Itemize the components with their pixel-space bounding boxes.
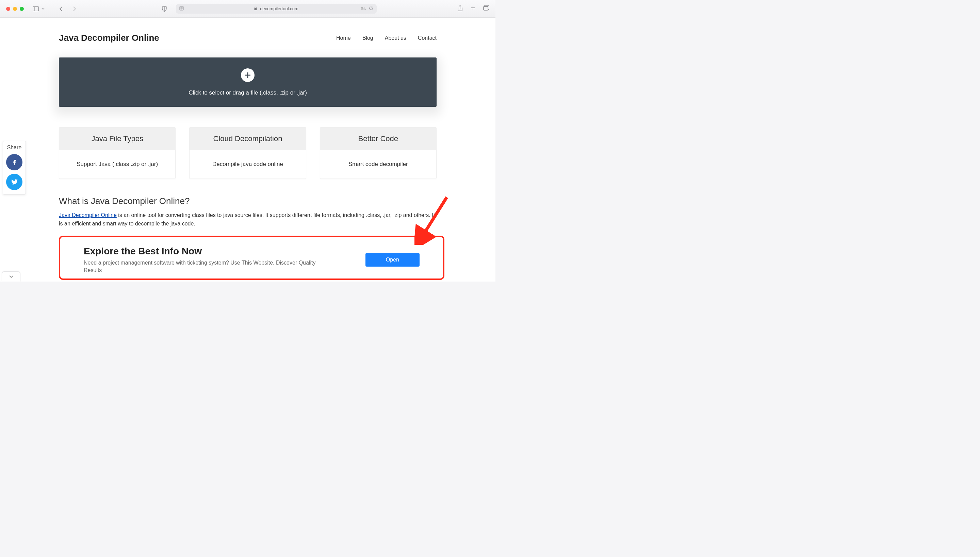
about-self-link[interactable]: Java Decompiler Online	[59, 212, 117, 218]
nav-home[interactable]: Home	[336, 35, 351, 41]
collapse-panel-toggle[interactable]	[2, 271, 20, 282]
feature-title: Cloud Decompilation	[189, 127, 305, 150]
nav-about[interactable]: About us	[385, 35, 406, 41]
feature-desc: Support Java (.class .zip or .jar)	[59, 150, 175, 179]
privacy-shield-icon[interactable]	[160, 5, 169, 13]
ad-close-icon[interactable]: ✕	[421, 240, 425, 245]
sidebar-toggle[interactable]	[33, 7, 47, 11]
share-label: Share	[7, 145, 22, 151]
page-body: Java Decompiler Online Home Blog About u…	[0, 18, 495, 282]
ad-open-button[interactable]: Open	[366, 253, 420, 267]
feature-desc: Smart code decompiler	[320, 150, 436, 179]
reload-button[interactable]	[369, 6, 373, 11]
svg-rect-10	[483, 7, 488, 10]
main-nav: Home Blog About us Contact	[336, 35, 436, 41]
feature-card: Java File Types Support Java (.class .zi…	[59, 127, 176, 179]
nav-blog[interactable]: Blog	[363, 35, 373, 41]
browser-toolbar: decompilertool.com ⊜ᴀ	[0, 0, 495, 18]
ad-description: Need a project management software with …	[84, 259, 322, 274]
url-host: decompilertool.com	[260, 6, 299, 11]
adchoices-icon[interactable]: ▷	[416, 240, 420, 245]
svg-rect-7	[255, 8, 257, 10]
lock-icon	[254, 7, 257, 11]
site-title: Java Decompiler Online	[59, 33, 159, 43]
minimize-window-button[interactable]	[13, 7, 17, 11]
window-controls	[6, 7, 24, 11]
share-widget: Share	[3, 141, 26, 194]
feature-card: Better Code Smart code decompiler	[320, 127, 436, 179]
about-heading: What is Java Decompiler Online?	[59, 196, 436, 207]
translate-icon[interactable]: ⊜ᴀ	[360, 6, 366, 11]
tabs-overview-button[interactable]	[483, 5, 489, 13]
facebook-icon	[11, 158, 18, 166]
new-tab-button[interactable]	[470, 5, 476, 13]
twitter-icon	[10, 178, 18, 186]
maximize-window-button[interactable]	[20, 7, 24, 11]
ad-banner[interactable]: ▷ ✕ Explore the Best Info Now Need a pro…	[75, 239, 428, 278]
feature-cards: Java File Types Support Java (.class .zi…	[59, 127, 436, 179]
chevron-down-icon	[9, 275, 14, 278]
sidebar-icon	[33, 7, 39, 11]
annotation-highlight-box: ▷ ✕ Explore the Best Info Now Need a pro…	[59, 236, 444, 280]
add-file-icon	[241, 68, 255, 82]
page-header: Java Decompiler Online Home Blog About u…	[59, 33, 436, 43]
share-facebook-button[interactable]	[6, 154, 23, 170]
ad-title: Explore the Best Info Now	[84, 246, 202, 257]
nav-arrows	[57, 5, 78, 13]
close-window-button[interactable]	[6, 7, 10, 11]
nav-contact[interactable]: Contact	[418, 35, 436, 41]
adchoices-controls: ▷ ✕	[416, 240, 425, 245]
feature-card: Cloud Decompilation Decompile java code …	[189, 127, 306, 179]
forward-button[interactable]	[70, 5, 78, 13]
svg-rect-0	[33, 7, 39, 11]
back-button[interactable]	[57, 5, 65, 13]
file-dropzone[interactable]: Click to select or drag a file (.class, …	[59, 57, 436, 107]
share-twitter-button[interactable]	[6, 174, 23, 190]
feature-desc: Decompile java code online	[189, 150, 305, 179]
address-bar[interactable]: decompilertool.com ⊜ᴀ	[176, 4, 377, 14]
share-button[interactable]	[457, 5, 463, 13]
feature-title: Java File Types	[59, 127, 175, 150]
about-text: Java Decompiler Online is an online tool…	[59, 211, 436, 228]
chevron-down-icon	[39, 7, 47, 11]
dropzone-label: Click to select or drag a file (.class, …	[188, 90, 307, 96]
reader-mode-icon[interactable]	[179, 6, 184, 11]
feature-title: Better Code	[320, 127, 436, 150]
